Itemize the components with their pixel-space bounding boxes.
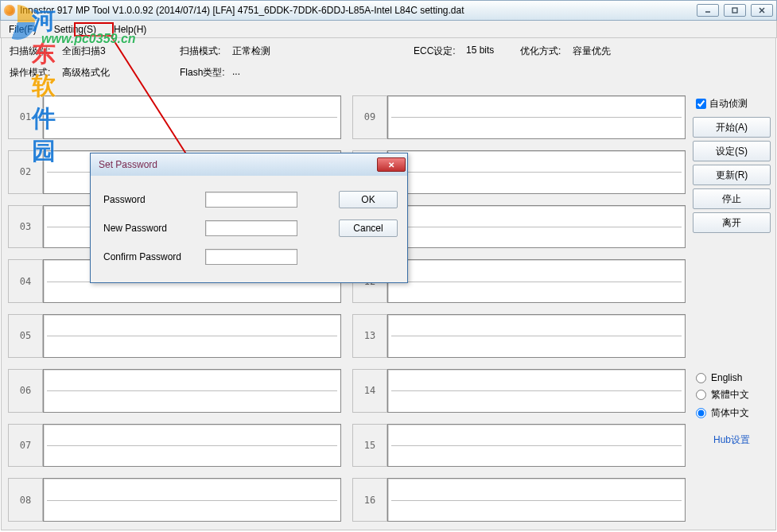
password-label: Password [103, 194, 199, 205]
lang-simp-radio[interactable]: 简体中文 [693, 404, 771, 422]
op-mode-value: 高级格式化 [62, 66, 157, 80]
slot-box [387, 478, 686, 522]
slot-number: 01 [8, 95, 43, 139]
info-row-2: 操作模式:高级格式化 Flash类型:... [2, 60, 775, 81]
lang-simp-label: 简体中文 [711, 406, 749, 420]
slot-box [387, 369, 686, 413]
slot-number: 15 [352, 424, 387, 468]
slot-box [43, 424, 341, 468]
slot-box [387, 150, 686, 194]
titlebar: Innostor 917 MP Tool V1.0.0.92 (2014/07/… [0, 0, 777, 21]
side-panel: 自动侦测 开始(A) 设定(S) 更新(R) 停止 离开 English 繁體中… [693, 95, 771, 522]
slot-08: 08 [8, 478, 341, 522]
highlight-box [74, 22, 114, 37]
menubar: File(F) Setting(S) Help(H) [0, 21, 777, 38]
slot-number: 08 [8, 478, 43, 522]
close-button[interactable] [751, 4, 773, 17]
slot-box [43, 314, 341, 358]
lang-english-radio[interactable]: English [693, 370, 771, 386]
slot-box [387, 424, 686, 468]
slot-number: 06 [8, 369, 43, 413]
ecc-label: ECC设定: [414, 45, 466, 58]
flash-value: ... [232, 66, 312, 80]
auto-detect-label: 自动侦测 [709, 97, 748, 111]
dialog-close-button[interactable]: ✕ [377, 157, 406, 172]
dialog-title-text: Set Password [99, 159, 157, 170]
lang-english-input[interactable] [696, 373, 706, 383]
slot-number: 03 [8, 205, 43, 249]
lang-trad-input[interactable] [696, 390, 706, 400]
menu-file[interactable]: File(F) [6, 22, 40, 37]
slot-01: 01 [8, 95, 341, 139]
scan-mode-label: 扫描模式: [180, 45, 232, 58]
menu-help[interactable]: Help(H) [111, 22, 150, 37]
scan-mode-value: 正常检测 [232, 45, 312, 58]
set-password-dialog: Set Password ✕ Password OK New Password … [90, 153, 408, 283]
opt-value: 容量优先 [573, 45, 652, 58]
hub-setting-link[interactable]: Hub设置 [693, 422, 771, 458]
minimize-button[interactable] [697, 4, 719, 17]
maximize-button[interactable] [724, 4, 746, 17]
dialog-titlebar: Set Password ✕ [91, 153, 407, 176]
lang-trad-radio[interactable]: 繁體中文 [693, 386, 771, 404]
start-button[interactable]: 开始(A) [693, 117, 771, 138]
slot-number: 09 [352, 95, 387, 139]
flash-label: Flash类型: [180, 66, 232, 80]
confirm-password-label: Confirm Password [103, 251, 199, 262]
slot-number: 14 [352, 369, 387, 413]
slot-number: 07 [8, 424, 43, 468]
ok-button[interactable]: OK [339, 191, 398, 208]
op-mode-label: 操作模式: [10, 66, 62, 80]
slot-box [387, 205, 686, 249]
slot-box [43, 478, 341, 522]
app-icon [4, 5, 15, 16]
slot-15: 15 [352, 424, 686, 468]
password-input[interactable] [205, 192, 297, 208]
slot-05: 05 [8, 314, 341, 358]
lang-english-label: English [711, 372, 742, 383]
slot-13: 13 [352, 314, 686, 358]
window-title: Innostor 917 MP Tool V1.0.0.92 (2014/07/… [20, 5, 697, 16]
slot-number: 04 [8, 259, 43, 303]
setting-button[interactable]: 设定(S) [693, 141, 771, 161]
slot-box [387, 259, 686, 303]
info-row-1: 扫描级别:全面扫描3 扫描模式:正常检测 ECC设定:15 bits 优化方式:… [2, 38, 775, 60]
new-password-label: New Password [103, 223, 199, 234]
slot-09: 09 [352, 95, 686, 139]
dialog-body: Password OK New Password Cancel Confirm … [91, 176, 407, 271]
auto-detect-checkbox[interactable]: 自动侦测 [693, 95, 771, 117]
lang-simp-input[interactable] [696, 408, 706, 418]
slot-box [43, 95, 341, 139]
svg-rect-1 [732, 8, 737, 13]
slot-14: 14 [352, 369, 686, 413]
close-icon: ✕ [388, 161, 394, 169]
slot-07: 07 [8, 424, 341, 468]
slot-number: 02 [8, 150, 43, 194]
main-frame: 扫描级别:全面扫描3 扫描模式:正常检测 ECC设定:15 bits 优化方式:… [1, 38, 776, 530]
slot-06: 06 [8, 369, 341, 413]
window-controls [697, 4, 773, 17]
new-password-input[interactable] [205, 220, 297, 236]
stop-button[interactable]: 停止 [693, 188, 771, 209]
slot-number: 16 [352, 478, 387, 522]
slot-number: 13 [352, 314, 387, 358]
update-button[interactable]: 更新(R) [693, 165, 771, 185]
confirm-password-input[interactable] [205, 249, 297, 265]
auto-detect-input[interactable] [696, 99, 706, 109]
cancel-button[interactable]: Cancel [339, 219, 398, 237]
slot-16: 16 [352, 478, 686, 522]
opt-label: 优化方式: [520, 45, 573, 58]
slot-box [43, 369, 341, 413]
quit-button[interactable]: 离开 [693, 212, 771, 233]
scan-level-label: 扫描级别: [10, 45, 62, 58]
lang-trad-label: 繁體中文 [711, 388, 749, 402]
slot-box [387, 95, 686, 139]
slot-number: 05 [8, 314, 43, 358]
scan-level-value: 全面扫描3 [62, 45, 142, 58]
slot-box [387, 314, 686, 358]
ecc-value: 15 bits [466, 45, 514, 58]
